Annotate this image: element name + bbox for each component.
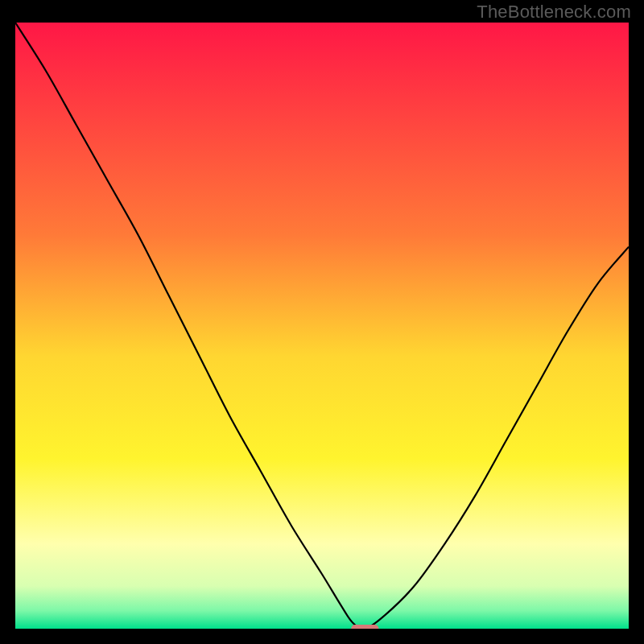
optimal-marker: [351, 625, 378, 629]
gradient-background: [15, 23, 629, 629]
chart-svg: [15, 23, 629, 629]
bottleneck-chart: [15, 23, 629, 629]
chart-frame: TheBottleneck.com: [0, 0, 644, 644]
watermark-text: TheBottleneck.com: [477, 2, 631, 23]
